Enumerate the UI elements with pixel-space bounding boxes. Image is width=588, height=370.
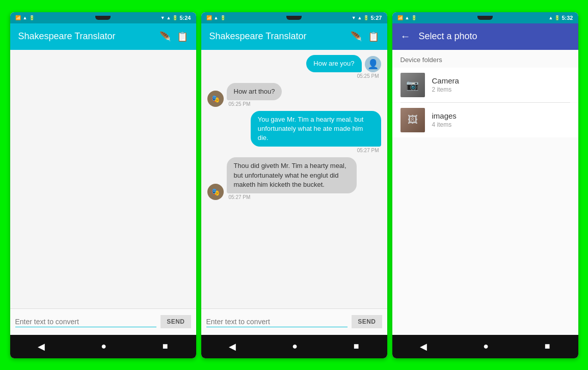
images-thumb: 🖼 — [400, 108, 425, 132]
images-thumb-image: 🖼 — [400, 108, 425, 132]
battery-bar-icon-2: 🔋 — [363, 15, 369, 20]
bubble-wrapper-recv-1: How art thou? 05:25 PM — [227, 83, 282, 107]
app-title-2: Shakespeare Translator — [209, 31, 307, 42]
photo-select-bar: ← Select a photo — [392, 23, 578, 50]
camera-folder-count: 2 items — [432, 86, 459, 93]
status-left-1: 📶 ▲ 🔋 — [15, 15, 35, 20]
status-left-3: 📶 ▲ 🔋 — [397, 15, 417, 20]
status-bar-1: 📶 ▲ 🔋 ▼ ▲ 🔋 5:24 — [10, 12, 196, 23]
status-right-2: ▼ ▲ 🔋 5:27 — [352, 15, 382, 21]
signal-icon: 📶 — [15, 15, 21, 20]
battery-icon-3: 🔋 — [411, 15, 417, 20]
app-title-1: Shakespeare Translator — [18, 31, 116, 42]
phone-3: 📶 ▲ 🔋 ▲ 🔋 5:32 ← Select a photo Device f… — [392, 12, 578, 358]
timestamp-1: 05:25 PM — [355, 73, 381, 79]
signal-bars-icon: ▲ — [167, 15, 171, 20]
status-bar-2: 📶 ▲ 🔋 ▼ ▲ 🔋 5:27 — [201, 12, 387, 23]
camera-folder-name: Camera — [432, 76, 459, 85]
nav-bar-1: ◀ ● ■ — [10, 335, 196, 358]
bubble-recv-2: Thou did giveth Mr. Tim a hearty meal, b… — [227, 157, 357, 193]
home-nav-icon-3[interactable]: ● — [483, 341, 489, 352]
signal-bars-icon-3: ▲ — [549, 15, 553, 20]
nav-bar-2: ◀ ● ■ — [201, 335, 387, 358]
camera-thumb: 📷 — [400, 73, 425, 97]
chat-area-1 — [10, 50, 196, 308]
avatar-sent-1: 👤 — [365, 56, 381, 72]
bubble-wrapper-sent-2: You gave Mr. Tim a hearty meal, but unfo… — [251, 111, 381, 154]
home-nav-icon-1[interactable]: ● — [101, 341, 106, 352]
message-row-4: 🎭 Thou did giveth Mr. Tim a hearty meal,… — [207, 157, 381, 200]
chat-area-2[interactable]: How are you? 👤 05:25 PM 🎭 How art thou? … — [201, 50, 387, 308]
timestamp-3: 05:27 PM — [355, 148, 381, 153]
bubble-recv-1: How art thou? — [227, 83, 282, 100]
status-left-2: 📶 ▲ 🔋 — [206, 15, 226, 20]
app-bar-1: Shakespeare Translator 🪶 📋 — [10, 23, 196, 50]
time-3: 5:32 — [562, 15, 573, 21]
square-nav-icon-3[interactable]: ■ — [545, 341, 550, 352]
folder-item-camera[interactable]: 📷 Camera 2 items — [392, 68, 578, 102]
camera-folder-info: Camera 2 items — [432, 76, 459, 93]
folders-area: Device folders 📷 Camera 2 items 🖼 images… — [392, 50, 578, 335]
photo-select-title: Select a photo — [419, 31, 477, 42]
location-icon: ▼ — [161, 15, 165, 20]
bubble-wrapper-sent-1: How are you? 👤 05:25 PM — [306, 55, 381, 79]
home-nav-icon-2[interactable]: ● — [292, 341, 298, 352]
back-nav-icon-3[interactable]: ◀ — [420, 341, 427, 352]
battery-icon-2: 🔋 — [220, 15, 226, 20]
battery-bar-icon-3: 🔋 — [554, 15, 560, 20]
avatar-received-2: 🎭 — [207, 184, 224, 200]
input-bar-1: SEND — [10, 308, 196, 335]
nav-bar-3: ◀ ● ■ — [392, 335, 578, 358]
wifi-icon-2: ▲ — [214, 15, 219, 20]
send-button-1[interactable]: SEND — [161, 315, 191, 328]
message-row-3: You gave Mr. Tim a hearty meal, but unfo… — [207, 111, 381, 154]
text-input-2[interactable] — [206, 317, 348, 327]
location-icon-2: ▼ — [352, 15, 356, 20]
book-icon-2[interactable]: 📋 — [368, 31, 379, 42]
signal-icon-3: 📶 — [397, 15, 403, 20]
images-folder-info: images 4 items — [432, 111, 457, 128]
battery-bar-icon: 🔋 — [172, 15, 178, 20]
bubble-wrapper-recv-2: Thou did giveth Mr. Tim a hearty meal, b… — [227, 157, 357, 200]
text-input-1[interactable] — [15, 317, 157, 327]
battery-icon: 🔋 — [29, 15, 35, 20]
back-nav-icon-1[interactable]: ◀ — [38, 341, 45, 352]
wifi-icon-3: ▲ — [405, 15, 410, 20]
notch-3 — [477, 16, 493, 20]
app-bar-2: Shakespeare Translator 🪶 📋 — [201, 23, 387, 50]
bubble-sent-1: How are you? — [306, 55, 361, 72]
signal-icon-2: 📶 — [206, 15, 212, 20]
status-right-3: ▲ 🔋 5:32 — [549, 15, 573, 21]
message-row-2: 🎭 How art thou? 05:25 PM — [207, 83, 381, 107]
folder-item-images[interactable]: 🖼 images 4 items — [392, 103, 578, 137]
camera-thumb-image: 📷 — [400, 73, 425, 97]
app-bar-icons-2: 🪶 📋 — [351, 31, 379, 42]
message-row-1: How are you? 👤 05:25 PM — [207, 55, 381, 79]
time-1: 5:24 — [179, 15, 191, 21]
status-right-1: ▼ ▲ 🔋 5:24 — [161, 15, 191, 21]
send-button-2[interactable]: SEND — [352, 315, 382, 328]
signal-bars-icon-2: ▲ — [358, 15, 362, 20]
notch-1 — [95, 16, 111, 20]
square-nav-icon-2[interactable]: ■ — [354, 341, 359, 352]
images-folder-count: 4 items — [432, 121, 457, 128]
timestamp-2: 05:25 PM — [227, 101, 253, 107]
device-folders-label: Device folders — [392, 50, 578, 68]
notch-2 — [286, 16, 302, 20]
book-icon-1[interactable]: 📋 — [177, 31, 188, 42]
time-2: 5:27 — [370, 15, 382, 21]
back-arrow-button[interactable]: ← — [400, 31, 411, 42]
quill-icon-2[interactable]: 🪶 — [351, 31, 362, 42]
app-bar-icons-1: 🪶 📋 — [159, 31, 188, 42]
phone-1: 📶 ▲ 🔋 ▼ ▲ 🔋 5:24 Shakespeare Translator … — [10, 12, 196, 358]
wifi-icon: ▲ — [23, 15, 28, 20]
avatar-received-1: 🎭 — [207, 91, 224, 107]
square-nav-icon-1[interactable]: ■ — [163, 341, 168, 352]
quill-icon-1[interactable]: 🪶 — [159, 31, 171, 42]
back-nav-icon-2[interactable]: ◀ — [229, 341, 236, 352]
phone-2: 📶 ▲ 🔋 ▼ ▲ 🔋 5:27 Shakespeare Translator … — [201, 12, 387, 358]
timestamp-4: 05:27 PM — [227, 194, 253, 200]
images-folder-name: images — [432, 111, 457, 120]
status-bar-3: 📶 ▲ 🔋 ▲ 🔋 5:32 — [392, 12, 578, 23]
bubble-sent-2: You gave Mr. Tim a hearty meal, but unfo… — [251, 111, 381, 147]
